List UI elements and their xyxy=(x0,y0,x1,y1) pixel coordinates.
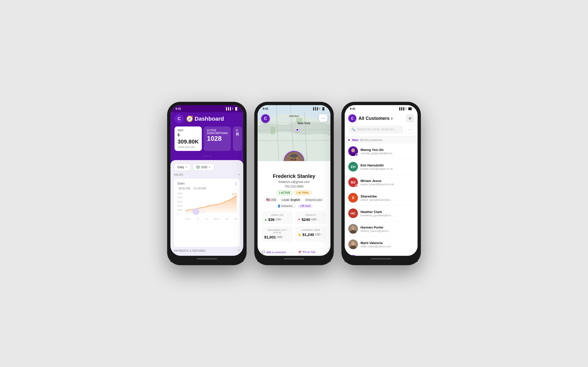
customer-email-3: nayeli_dare@sharetribe... xyxy=(360,198,414,201)
customer-name-6: Marti Valencia xyxy=(360,241,414,245)
search-more-button[interactable]: ··· xyxy=(405,125,414,134)
plan-pill: Enteprise plan xyxy=(303,198,324,202)
svg-text:$40K: $40K xyxy=(232,193,237,195)
search-box[interactable]: 🔍 Search for name, email etc... xyxy=(348,125,403,133)
trial-badge: 1 IN TRIAL xyxy=(294,190,312,195)
customers-count: 68,924 customers xyxy=(360,138,382,142)
section-dot xyxy=(238,174,240,175)
chevron-icon-upcoming: › xyxy=(283,236,284,238)
currency-filter[interactable]: 💱 USD ▼ xyxy=(193,164,214,171)
customer-name-4: Heather Clark xyxy=(360,210,414,214)
net-value: R xyxy=(236,132,239,137)
battery-icon-2: ▐▌ xyxy=(321,107,325,110)
stats-grid: UNBILLED ▲ $36 USD › CREDITS ▼ xyxy=(262,211,326,242)
list-item[interactable]: Marti Valencia ottilie.nolan@yahoo.com xyxy=(345,237,418,252)
list-item[interactable]: HC Heather Clark humberto_goodwin@mu... xyxy=(345,206,418,221)
map-area: Hoboken New York ··· C xyxy=(258,105,330,161)
pin-button[interactable]: 📌 'Pin to Top' xyxy=(298,250,316,254)
status-bar-1: 9:41 ▐▐▐ ⌇ ▐▌ xyxy=(170,105,243,112)
nav-dot xyxy=(192,208,199,215)
map-label-hoboken: Hoboken xyxy=(289,115,299,117)
x-axis-labels: Oct 1 12 24 Nov 8 18 26 xyxy=(185,218,237,220)
warning-dot: ! xyxy=(355,185,358,187)
customers-meta: 3New 68,924 customers xyxy=(345,136,418,144)
dashboard-content: C 🧭 Dashboard MRR $309.80K CMRR $340.99 xyxy=(170,112,243,256)
map-label-ny: New York xyxy=(298,122,310,125)
customer-name-0: Maeng Yeo-Jin xyxy=(360,148,414,152)
net-revenue-card: N R xyxy=(233,126,242,151)
prev-arrow[interactable]: ‹ xyxy=(186,209,191,214)
pin-icon: 📌 xyxy=(298,250,301,253)
upcoming-stat: UPCOMING (IN 7 DAYS) $1,001 USD › xyxy=(262,226,293,242)
daily-filter[interactable]: Daily ▼ xyxy=(174,164,191,171)
customer-name-3: Sharetribe xyxy=(360,194,414,198)
new-dot-indicator xyxy=(348,139,350,141)
sales-section-label: SALES xyxy=(174,173,240,176)
search-row: 🔍 Search for name, email etc... ··· xyxy=(348,125,414,134)
upcoming-value: $1,001 xyxy=(264,235,276,239)
add-comment-button[interactable]: 💬 Add a comment xyxy=(262,250,286,254)
time-3: 9:41 xyxy=(350,107,355,110)
chart-header: Sales $200.99K Oct $100K ℹ xyxy=(177,182,237,191)
more-pill[interactable]: +36 more xyxy=(298,204,313,208)
app-logo-3: C xyxy=(348,114,356,122)
customer-avatar: S xyxy=(348,193,358,203)
credits-value: $240 xyxy=(302,217,310,222)
list-item[interactable]: Harmen Porter delpha_hauck@yahoo... xyxy=(345,221,418,237)
customer-email-4: humberto_goodwin@mu... xyxy=(360,214,414,217)
mrr-sub: CMRR $340.99K xyxy=(178,146,199,148)
chevron-icon-credits: › xyxy=(317,218,318,221)
customer-info-3: Sharetribe nayeli_dare@sharetribe... xyxy=(360,194,414,201)
customer-phone: 752-510-0990 xyxy=(285,185,304,188)
svg-text:S: S xyxy=(352,196,354,200)
customer-list: Maeng Yeo-Jin cassidy_gulgowski@ema... E… xyxy=(345,144,418,256)
map-more-button[interactable]: ··· xyxy=(319,114,327,122)
next-arrow[interactable]: › xyxy=(201,209,206,214)
status-icons-2: ▐▐▐ ⌇ ▐▌ xyxy=(312,107,325,110)
comment-icon: 💬 xyxy=(262,250,265,254)
home-indicator-3 xyxy=(371,258,391,259)
up-arrow-icon: ▲ xyxy=(264,218,267,221)
phone-customers: 9:41 ▐▐▐ ⌇ ▐█▌ C All Customers ∨ xyxy=(342,102,421,265)
phone-bottom-1 xyxy=(170,256,243,262)
title-chevron-icon: ∨ xyxy=(391,117,393,120)
payments-section-label: PAYMENTS & REFUNDS xyxy=(174,249,240,252)
list-item[interactable]: MP Marama Petera trevor_bartell@clementi… xyxy=(345,252,418,256)
filter-icon-button[interactable]: ⚙ xyxy=(406,114,414,122)
profile-meta-2: 👤 Katharine... +36 more xyxy=(275,204,313,208)
status-bar-2: 9:41 ▐▐▐ ⌇ ▐▌ xyxy=(258,105,330,112)
mrr-stat-value: $1,240 xyxy=(302,232,314,237)
signal-icon: ▐▐▐ xyxy=(225,107,231,110)
customer-avatar: EH xyxy=(348,162,358,172)
customer-info-4: Heather Clark humberto_goodwin@mu... xyxy=(360,210,414,217)
chart-area: 500K 400K 300K 200K 100K 0 xyxy=(177,192,237,220)
search-icon: 🔍 xyxy=(351,128,355,131)
subs-value: 1028 xyxy=(207,135,228,143)
customer-avatar: HC xyxy=(348,208,358,218)
time-1: 9:41 xyxy=(176,107,181,110)
status-icons-1: ▐▐▐ ⌇ ▐▌ xyxy=(225,107,238,110)
unbilled-stat: UNBILLED ▲ $36 USD › xyxy=(262,211,293,224)
chart-info-icon[interactable]: ℹ xyxy=(235,182,237,186)
battery-icon-3: ▐█▌ xyxy=(408,107,412,110)
profile-badges: 1 ACTIVE 1 IN TRIAL xyxy=(276,190,311,195)
avatar-wrapper xyxy=(348,146,358,156)
time-2: 9:41 xyxy=(263,107,268,110)
status-bar-3: 9:41 ▐▐▐ ⌇ ▐█▌ xyxy=(345,105,418,112)
avatar-wrapper-2: MJ ! xyxy=(348,177,358,187)
customer-info-0: Maeng Yeo-Jin cassidy_gulgowski@ema... xyxy=(360,148,414,155)
customer-email-1: joseph.hintz@edgar.co.uk xyxy=(360,167,414,170)
phone-dashboard: 9:41 ▐▐▐ ⌇ ▐▌ C 🧭 Dashboard xyxy=(167,102,246,265)
list-item[interactable]: EH Elsi Hansdottir joseph.hintz@edgar.co… xyxy=(345,159,418,175)
phone-bottom-3 xyxy=(345,256,418,262)
list-item[interactable]: Maeng Yeo-Jin cassidy_gulgowski@ema... xyxy=(345,144,418,159)
new-badge: 3New xyxy=(352,139,358,142)
customers-page-title[interactable]: All Customers ∨ xyxy=(358,116,393,121)
home-indicator-1 xyxy=(197,258,217,259)
list-item[interactable]: S Sharetribe nayeli_dare@sharetribe... xyxy=(345,190,418,206)
mrr-stat: CURRENT MRR 👆 $1,240 USD › xyxy=(295,226,326,242)
payments-dot xyxy=(238,249,240,251)
list-item[interactable]: MJ ! Miriam Jesus audra_emard@sanford.ne… xyxy=(345,175,418,190)
home-indicator-2 xyxy=(284,258,304,259)
subs-label: Active subscriptions xyxy=(207,129,228,135)
